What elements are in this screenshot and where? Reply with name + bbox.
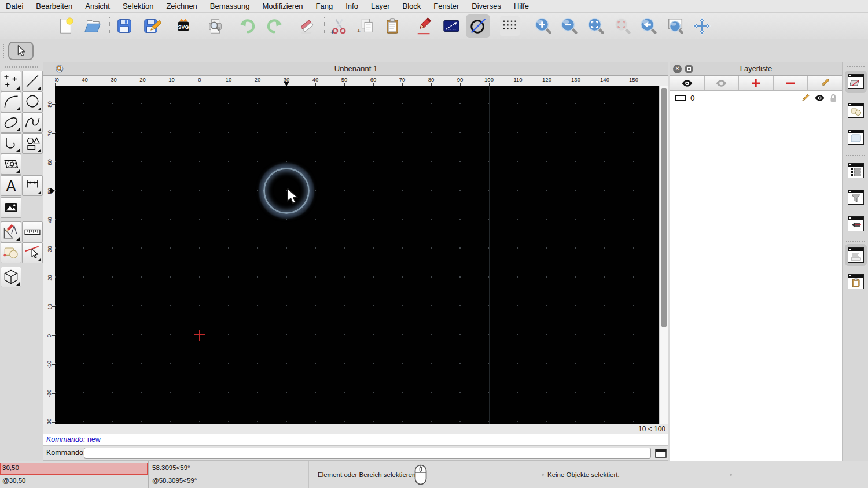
dock-clipboard-button[interactable]	[847, 271, 865, 293]
dock-layer-list-button[interactable]	[845, 71, 867, 93]
line-tool-button[interactable]	[22, 71, 43, 91]
dock-dimension-style-button[interactable]	[847, 213, 865, 235]
redo-icon	[265, 17, 284, 35]
h-ruler-label: 150	[619, 76, 648, 83]
drawing-window-titlebar[interactable]: Unbenannt 1	[43, 62, 668, 76]
edit-pencil-icon[interactable]	[801, 94, 810, 102]
layer-color-swatch[interactable]	[675, 95, 686, 101]
zoom-out-button[interactable]	[560, 16, 579, 36]
vertical-scrollbar[interactable]	[659, 86, 668, 424]
copy-icon: +	[356, 17, 374, 35]
menu-item[interactable]: Diverses	[472, 2, 501, 10]
menu-item[interactable]: Ansicht	[85, 2, 110, 10]
layer-lock-icon[interactable]	[830, 94, 837, 102]
palette-handle[interactable]	[5, 66, 38, 68]
dock-library-browser-button[interactable]	[847, 126, 865, 148]
circle-tool-button[interactable]	[22, 91, 43, 112]
zoom-selection-button[interactable]	[613, 16, 632, 36]
order-tool-button[interactable]	[1, 242, 21, 263]
menu-item[interactable]: Zeichnen	[166, 2, 197, 10]
polyline-tool-button[interactable]	[1, 133, 21, 154]
paste-button[interactable]	[382, 16, 402, 36]
zoom-window-button[interactable]	[665, 16, 685, 36]
command-input[interactable]	[84, 448, 651, 459]
statusbar-grip-dot	[542, 474, 544, 476]
menu-item[interactable]: Info	[345, 2, 358, 10]
text-tool-button[interactable]: A	[1, 175, 21, 196]
toolbar-handle[interactable]	[3, 44, 4, 58]
image-tool-button[interactable]	[1, 197, 21, 218]
add-layer-button[interactable]	[739, 76, 774, 90]
zoom-pan-button[interactable]	[692, 16, 712, 36]
menu-item[interactable]: Hilfe	[514, 2, 529, 10]
menu-item[interactable]: Modifizieren	[263, 2, 303, 10]
pan-icon	[693, 17, 711, 35]
dimension-rect-icon	[442, 17, 461, 35]
dock-command-line-button[interactable]	[845, 244, 867, 266]
ruler-icon	[23, 223, 42, 241]
line-icon	[23, 72, 42, 90]
layer-panel-titlebar[interactable]: × Layerliste	[670, 62, 842, 76]
dock-entity-list-button[interactable]	[847, 160, 865, 182]
zoom-auto-button[interactable]	[586, 16, 606, 36]
close-icon[interactable]: ×	[673, 65, 682, 73]
dimension-aligned-button[interactable]	[442, 16, 461, 36]
remove-layer-button[interactable]	[774, 76, 808, 90]
undo-button[interactable]	[238, 16, 258, 36]
select-modify-tool-button[interactable]	[22, 242, 43, 263]
menu-item[interactable]: Fenster	[433, 2, 459, 10]
layer-visible-eye-icon[interactable]	[814, 94, 825, 102]
isometric-grid-button[interactable]	[500, 16, 520, 36]
menu-item[interactable]: Layer	[371, 2, 390, 10]
eye-closed-icon	[715, 79, 727, 87]
points-tool-button[interactable]	[1, 71, 21, 91]
minus-icon	[786, 79, 795, 88]
draw-circle-button[interactable]	[466, 14, 490, 38]
dimension-style-panel-icon	[848, 216, 864, 231]
dock-block-list-button[interactable]	[847, 99, 865, 121]
svg-text:+: +	[330, 29, 334, 35]
hide-all-layers-button[interactable]	[705, 76, 740, 90]
save-as-button[interactable]	[142, 16, 161, 36]
draw-pen-button[interactable]	[415, 16, 435, 36]
delete-entity-button[interactable]	[297, 16, 317, 36]
select-arrow-button[interactable]	[8, 42, 34, 60]
dock-handle[interactable]	[847, 66, 865, 67]
layer-row[interactable]: 0	[670, 91, 842, 105]
spline-tool-button[interactable]	[22, 112, 43, 133]
arc-tool-button[interactable]	[1, 91, 21, 112]
print-preview-button[interactable]	[205, 16, 225, 36]
scrollbar-thumb[interactable]	[661, 88, 667, 327]
open-file-button[interactable]	[83, 16, 102, 36]
redo-button[interactable]	[264, 16, 284, 36]
new-document-button[interactable]	[56, 16, 75, 36]
drawing-canvas[interactable]	[55, 86, 659, 424]
dimension-tool-button[interactable]	[22, 175, 43, 196]
measure-tool-button[interactable]	[22, 221, 43, 242]
save-button[interactable]	[115, 16, 134, 36]
ellipse-tool-button[interactable]	[1, 112, 21, 133]
menu-item[interactable]: Datei	[6, 2, 23, 10]
zoom-previous-button[interactable]	[639, 16, 659, 36]
modify-tool-button[interactable]	[1, 221, 21, 242]
export-svg-button[interactable]: SVG	[174, 16, 193, 36]
h-ruler-label: 140	[590, 76, 619, 83]
menu-item[interactable]: Fang	[316, 2, 333, 10]
polygon-tool-button[interactable]	[22, 133, 43, 154]
menu-item[interactable]: Bemassung	[210, 2, 250, 10]
undock-icon[interactable]	[685, 65, 693, 73]
show-all-layers-button[interactable]	[670, 76, 705, 90]
hatch-tool-button[interactable]	[1, 154, 21, 175]
command-history: Kommando: new	[43, 434, 668, 446]
command-window-toggle-button[interactable]	[654, 448, 667, 459]
dock-selection-filter-button[interactable]	[847, 186, 865, 208]
edit-layer-button[interactable]	[808, 76, 842, 90]
menu-item[interactable]: Bearbeiten	[36, 2, 72, 10]
copy-button[interactable]: +	[355, 16, 375, 36]
solid-3d-tool-button[interactable]	[1, 267, 21, 287]
zoom-in-button[interactable]	[534, 16, 553, 36]
menu-item[interactable]: Block	[402, 2, 421, 10]
mouse-hint-icon	[414, 464, 427, 486]
menu-item[interactable]: Selektion	[123, 2, 153, 10]
cut-button[interactable]: +	[329, 16, 348, 36]
